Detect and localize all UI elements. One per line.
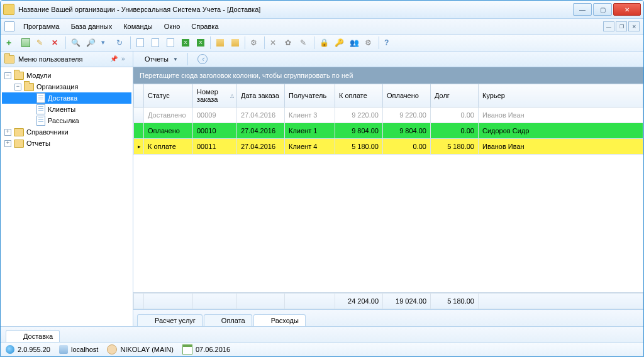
- window-tab-delivery[interactable]: Доставка: [6, 330, 60, 342]
- status-host: localhost: [59, 345, 98, 354]
- total-paid: 19 024.00: [383, 294, 431, 309]
- menu-window[interactable]: Окно: [159, 21, 186, 32]
- grid-footer: 24 204.00 19 024.00 5 180.00: [133, 293, 643, 309]
- tab-payment[interactable]: Оплата: [204, 314, 252, 326]
- db-icon: [59, 345, 68, 354]
- col-courier[interactable]: Курьер: [479, 84, 643, 107]
- col-paid[interactable]: Оплачено: [383, 84, 431, 107]
- titlebar: Название Вашей организации - Универсальн…: [1, 1, 643, 19]
- document-icon: [4, 21, 14, 31]
- total-debt: 5 180.00: [431, 294, 479, 309]
- status-user: NIKOLAY (MAIN): [107, 344, 174, 354]
- copy-button[interactable]: [19, 36, 33, 50]
- reports-dropdown[interactable]: Отчеты▼: [141, 54, 182, 64]
- maximize-button[interactable]: ▢: [593, 3, 612, 16]
- doc2-button[interactable]: [148, 36, 162, 50]
- doc1-button[interactable]: [133, 36, 147, 50]
- tree-item-clients[interactable]: Клиенты: [2, 104, 131, 115]
- clock-icon: [197, 54, 208, 64]
- mdi-minimize-button[interactable]: —: [603, 21, 614, 31]
- search-button[interactable]: 🔍: [69, 36, 82, 50]
- tool1-button[interactable]: ⚙: [248, 36, 262, 50]
- clock-button[interactable]: [194, 53, 211, 65]
- table-row[interactable]: Оплачено0001027.04.2016Клиент 19 804.009…: [134, 123, 643, 139]
- tab-expenses[interactable]: Расходы: [253, 314, 306, 326]
- col-debt[interactable]: Долг: [431, 84, 479, 107]
- sidebar-header: Меню пользователя 📌 »: [1, 52, 133, 67]
- col-order-no[interactable]: Номер заказа△: [193, 84, 237, 107]
- nav-tree: −Модули −Организация Доставка Клиенты Ра…: [1, 67, 133, 326]
- find-button[interactable]: 🔎: [84, 36, 97, 50]
- pin-icon[interactable]: 📌: [110, 55, 118, 63]
- status-date: 07.06.2016: [182, 344, 230, 354]
- edit-button[interactable]: ✎: [34, 36, 48, 50]
- help-button[interactable]: ?: [382, 36, 396, 50]
- close-button[interactable]: ✕: [613, 3, 641, 16]
- mdi-restore-button[interactable]: ❐: [616, 21, 627, 31]
- main-area: Отчеты▼ Перетащите сюда заголовок колонк…: [133, 52, 643, 326]
- tree-modules[interactable]: −Модули: [2, 70, 131, 81]
- lock-button[interactable]: 🔒: [317, 36, 331, 50]
- sidebar: Меню пользователя 📌 » −Модули −Организац…: [1, 52, 133, 326]
- chart2-button[interactable]: [228, 36, 242, 50]
- reports-toolbar: Отчеты▼: [133, 52, 643, 67]
- delete-button[interactable]: ✕: [49, 36, 63, 50]
- col-order-date[interactable]: Дата заказа: [237, 84, 285, 107]
- menu-commands[interactable]: Команды: [118, 21, 158, 32]
- app-window: Название Вашей организации - Универсальн…: [0, 0, 644, 357]
- collapse-icon[interactable]: »: [121, 55, 129, 63]
- key-button[interactable]: 🔑: [332, 36, 346, 50]
- col-status[interactable]: Статус: [144, 84, 193, 107]
- table-row[interactable]: Доставлено0000927.04.2016Клиент 39 220.0…: [134, 107, 643, 123]
- users-button[interactable]: 👥: [347, 36, 361, 50]
- col-recipient[interactable]: Получатель: [285, 84, 335, 107]
- tree-reports[interactable]: +Отчеты: [2, 138, 131, 149]
- tool4-button[interactable]: ✎: [297, 36, 311, 50]
- minimize-button[interactable]: —: [573, 3, 592, 16]
- menu-help[interactable]: Справка: [186, 21, 223, 32]
- calendar-icon: [182, 344, 192, 354]
- tree-item-mailing[interactable]: Рассылка: [2, 115, 131, 126]
- data-grid: Статус Номер заказа△ Дата заказа Получат…: [133, 84, 643, 293]
- statusbar: 2.0.955.20 localhost NIKOLAY (MAIN) 07.0…: [1, 342, 643, 356]
- add-button[interactable]: +: [4, 36, 18, 50]
- window-title: Название Вашей организации - Универсальн…: [18, 6, 573, 13]
- folder-icon: [4, 55, 14, 63]
- globe-icon: [6, 345, 14, 354]
- chart-button[interactable]: [213, 36, 227, 50]
- user-icon: [107, 344, 117, 354]
- group-by-bar[interactable]: Перетащите сюда заголовок колонки, чтобы…: [133, 67, 643, 84]
- table-row[interactable]: ▸К оплате0001127.04.2016Клиент 45 180.00…: [134, 139, 643, 155]
- status-version: 2.0.955.20: [6, 345, 50, 354]
- detail-tabs: Расчет услуг Оплата Расходы: [133, 309, 643, 326]
- main-toolbar: + ✎ ✕ 🔍 🔎 ▾ ↻ X X ⚙ ✕ ✿ ✎ 🔒 🔑 👥 ⚙ ?: [1, 35, 643, 52]
- app-icon: [3, 4, 14, 15]
- col-to-pay[interactable]: К оплате: [335, 84, 383, 107]
- export2-button[interactable]: X: [194, 36, 208, 50]
- grid-header-row: Статус Номер заказа△ Дата заказа Получат…: [134, 84, 643, 107]
- sidebar-title: Меню пользователя: [18, 55, 82, 63]
- menu-program[interactable]: Программа: [18, 21, 65, 32]
- menu-database[interactable]: База данных: [66, 21, 118, 32]
- tree-item-delivery[interactable]: Доставка: [2, 92, 131, 104]
- tab-calc[interactable]: Расчет услуг: [137, 314, 203, 326]
- total-to-pay: 24 204.00: [335, 294, 383, 309]
- window-tabs: Доставка: [1, 326, 643, 342]
- tool2-button[interactable]: ✕: [267, 36, 281, 50]
- sort-asc-icon: △: [230, 93, 234, 99]
- tree-references[interactable]: +Справочники: [2, 126, 131, 138]
- menubar: Программа База данных Команды Окно Справ…: [1, 19, 643, 35]
- tree-organization[interactable]: −Организация: [2, 81, 131, 92]
- filter-button[interactable]: ▾: [99, 36, 113, 50]
- settings-button[interactable]: ⚙: [362, 36, 376, 50]
- export-excel-button[interactable]: X: [179, 36, 192, 50]
- tool3-button[interactable]: ✿: [282, 36, 296, 50]
- refresh-button[interactable]: ↻: [114, 36, 128, 50]
- row-indicator-header: [134, 84, 144, 107]
- doc3-button[interactable]: [164, 36, 177, 50]
- mdi-close-button[interactable]: ✕: [628, 21, 640, 31]
